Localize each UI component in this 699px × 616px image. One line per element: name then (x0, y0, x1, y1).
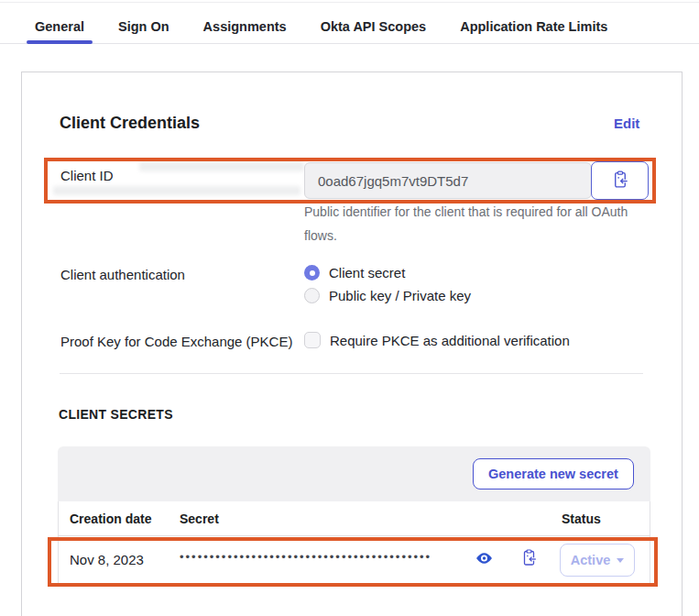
copy-secret-button[interactable] (519, 548, 539, 570)
tab-assignments[interactable]: Assignments (203, 0, 287, 43)
edit-link[interactable]: Edit (614, 116, 639, 131)
client-secrets-title: CLIENT SECRETS (59, 407, 173, 422)
eye-icon (475, 554, 493, 567)
secret-creation-date: Nov 8, 2023 (70, 552, 144, 567)
chevron-down-icon (617, 558, 624, 563)
redacted-smudge (139, 161, 304, 171)
generate-new-secret-button[interactable]: Generate new secret (473, 458, 634, 490)
redacted-smudge (53, 186, 300, 195)
client-id-input[interactable] (304, 162, 592, 199)
app-tabs: General Sign On Assignments Okta API Sco… (0, 0, 699, 44)
tab-application-rate-limits[interactable]: Application Rate Limits (460, 0, 607, 43)
checkbox-unchecked-icon[interactable] (304, 332, 321, 348)
client-authentication-label: Client authentication (60, 267, 185, 282)
tab-general[interactable]: General (35, 0, 84, 43)
reveal-secret-button[interactable] (475, 552, 493, 566)
table-header-row: Creation date Secret Status (59, 501, 650, 536)
radio-selected-icon (304, 265, 320, 280)
tab-application-rate-limits-label: Application Rate Limits (460, 19, 607, 34)
client-credentials-title: Client Credentials (60, 114, 200, 133)
tab-okta-api-scopes[interactable]: Okta API Scopes (321, 0, 427, 43)
tab-sign-on[interactable]: Sign On (118, 0, 169, 43)
okta-app-settings-page: General Sign On Assignments Okta API Sco… (0, 0, 699, 616)
tab-okta-api-scopes-label: Okta API Scopes (321, 19, 427, 34)
col-header-secret: Secret (180, 512, 219, 526)
table-row: Nov 8, 2023 ••••••••••••••••••••••••••••… (59, 536, 650, 584)
section-divider (60, 373, 643, 374)
pkce-checkbox-label: Require PKCE as additional verification (330, 333, 570, 348)
radio-option-client-secret[interactable]: Client secret (304, 265, 405, 280)
pkce-label: Proof Key for Code Exchange (PKCE) (60, 334, 292, 349)
radio-option-label: Client secret (329, 265, 405, 280)
col-header-status: Status (562, 512, 601, 526)
radio-option-label: Public key / Private key (329, 288, 471, 303)
radio-option-public-private-key[interactable]: Public key / Private key (304, 288, 471, 303)
client-secrets-table: Creation date Secret Status Nov 8, 2023 … (58, 501, 650, 585)
clipboard-copy-icon (521, 556, 537, 569)
radio-unselected-icon (304, 288, 320, 303)
secret-status-dropdown[interactable]: Active (560, 544, 635, 577)
masked-secret-value: ••••••••••••••••••••••••••••••••••••••••… (180, 550, 473, 564)
pkce-checkbox-row[interactable]: Require PKCE as additional verification (304, 332, 570, 348)
client-id-help-text: Public identifier for the client that is… (304, 200, 650, 248)
status-badge: Active (571, 553, 611, 567)
tab-general-label: General (35, 19, 84, 34)
copy-client-id-button[interactable] (591, 161, 649, 200)
clipboard-copy-icon (612, 170, 628, 192)
col-header-creation-date: Creation date (70, 512, 151, 526)
tab-sign-on-label: Sign On (118, 19, 169, 34)
client-id-label: Client ID (60, 168, 114, 183)
tab-assignments-label: Assignments (203, 19, 287, 34)
